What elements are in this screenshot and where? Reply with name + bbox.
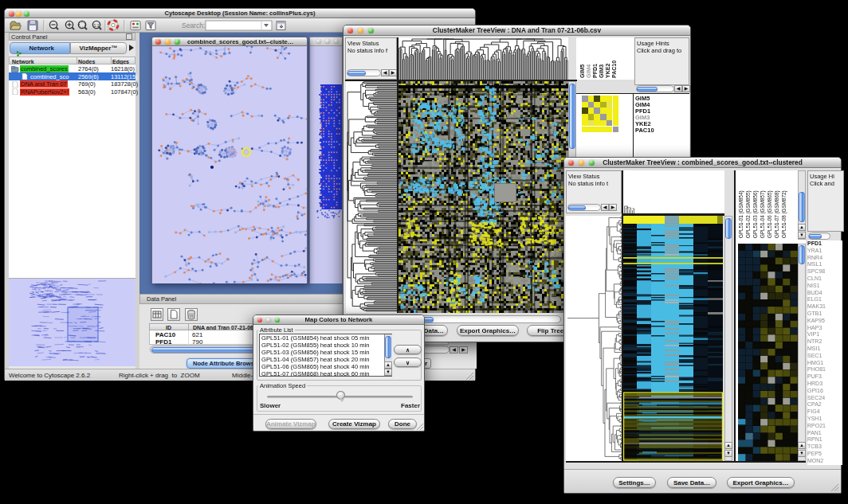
svg-text:Search:: Search: [182, 21, 205, 29]
svg-text:1:1: 1:1 [94, 23, 100, 28]
